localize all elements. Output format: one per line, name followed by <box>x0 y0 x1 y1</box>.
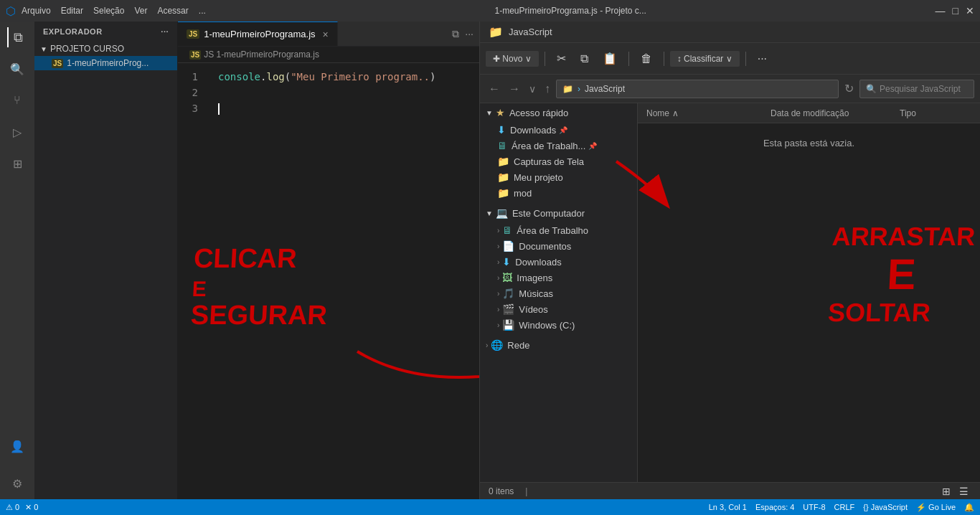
pc-documents[interactable]: › 📄 Documentos <box>491 238 637 254</box>
go-live-button[interactable]: ⚡ Go Live <box>916 503 956 512</box>
tree-arrow-icon: ▼ <box>40 45 47 53</box>
quick-access-header[interactable]: ▼ ★ Acesso rápido <box>480 103 637 122</box>
new-button[interactable]: ✚ Novo ∨ <box>486 51 539 67</box>
toolbar-separator-3 <box>664 52 664 66</box>
address-bar[interactable]: 📁 › JavaScript <box>556 80 839 98</box>
pc-images-expand-icon: › <box>497 274 499 282</box>
activity-bar: ⧉ 🔍 ⑂ ▷ ⊞ 👤 ⚙ <box>0 22 34 499</box>
fe-toolbar: ✚ Novo ∨ ✂ ⧉ 📋 🗑 ↕ Classificar ∨ ··· <box>480 43 980 75</box>
qa-desktop-label: Área de Trabalh... <box>512 141 585 151</box>
col-name-sort-icon: ∧ <box>672 108 679 118</box>
pc-images-label: Imagens <box>517 273 552 283</box>
col-type-header[interactable]: Tipo <box>900 108 971 118</box>
pc-documents-label: Documentos <box>519 241 571 252</box>
grid-view-button[interactable]: ⊞ <box>939 484 953 499</box>
code-editor[interactable]: 1 2 3 console.log("Meu Primeiro program.… <box>178 63 479 499</box>
pc-images[interactable]: › 🖼 Imagens <box>491 270 637 285</box>
fe-columns: Nome ∧ Data de modificação Tipo <box>638 103 980 123</box>
activity-explorer[interactable]: ⧉ <box>7 27 27 47</box>
breadcrumb-filename: JS 1-meuPrimeiroPrograma.js <box>204 49 319 60</box>
pc-downloads[interactable]: › ⬇ Downloads <box>491 254 637 270</box>
nav-forward-button[interactable]: → <box>506 80 523 98</box>
menu-selecao[interactable]: Seleção <box>93 6 124 16</box>
computer-header[interactable]: ▼ 💻 Este Computador <box>480 204 637 222</box>
keyword-console: console <box>218 71 260 82</box>
pc-images-icon: 🖼 <box>502 272 512 283</box>
paste-button[interactable]: 📋 <box>597 49 623 68</box>
maximize-button[interactable]: □ <box>953 5 958 16</box>
toolbar-separator-2 <box>628 52 629 66</box>
activity-search[interactable]: 🔍 <box>7 59 27 79</box>
more-actions-icon[interactable]: ··· <box>465 28 473 39</box>
fe-title: JavaScript <box>509 27 552 37</box>
search-bar[interactable]: 🔍 Pesquisar JavaScript <box>859 80 974 98</box>
pc-windows-icon: 💾 <box>502 319 514 331</box>
search-icon: 🔍 <box>866 84 877 94</box>
qa-downloads-pin-icon: 📌 <box>559 126 567 134</box>
code-content[interactable]: console.log("Meu Primeiro program..) <box>207 63 479 499</box>
project-tree: ▼ PROJETO CURSO JS 1-meuPrimeiroProg... <box>34 42 177 70</box>
network-header[interactable]: › 🌐 Rede <box>480 336 637 354</box>
pc-windows[interactable]: › 💾 Windows (C:) <box>491 317 637 333</box>
cursor-icon <box>218 103 220 115</box>
activity-account[interactable]: 👤 <box>7 436 27 456</box>
status-warnings: ⚠ 0 <box>6 503 19 512</box>
tab-close-icon[interactable]: × <box>323 29 329 40</box>
pc-videos-expand-icon: › <box>497 306 499 313</box>
code-line-3 <box>218 100 468 116</box>
nav-tree: ▼ ★ Acesso rápido ⬇ Downloads 📌 🖥 Área d… <box>480 103 638 482</box>
breadcrumb-js-icon: JS <box>189 50 201 60</box>
split-editor-icon[interactable]: ⧉ <box>452 28 459 40</box>
search-placeholder: Pesquisar JavaScript <box>880 84 961 94</box>
pc-music[interactable]: › 🎵 Músicas <box>491 285 637 301</box>
sort-button[interactable]: ↕ Classificar ∨ <box>670 51 740 67</box>
delete-button[interactable]: 🗑 <box>635 49 658 68</box>
nav-expand-button[interactable]: ∨ <box>526 80 539 98</box>
activity-run[interactable]: ▷ <box>7 122 27 142</box>
menu-acessar[interactable]: Acessar <box>157 6 188 16</box>
address-arrow-icon: › <box>578 84 580 94</box>
copy-button[interactable]: ⧉ <box>575 49 594 68</box>
quick-access-items: ⬇ Downloads 📌 🖥 Área de Trabalh... 📌 📁 C… <box>480 122 637 201</box>
active-tab[interactable]: JS 1-meuPrimeiroPrograma.js × <box>178 22 338 46</box>
activity-source-control[interactable]: ⑂ <box>7 90 27 110</box>
pc-desktop-icon: 🖥 <box>502 225 512 236</box>
menu-editar[interactable]: Editar <box>61 6 83 16</box>
qa-capturas-label: Capturas de Tela <box>514 156 584 167</box>
qa-desktop[interactable]: 🖥 Área de Trabalh... 📌 <box>491 138 637 153</box>
menu-arquivo[interactable]: Arquivo <box>22 6 51 16</box>
qa-downloads-label: Downloads <box>510 125 556 136</box>
activity-extensions[interactable]: ⊞ <box>7 153 27 174</box>
status-right: Ln 3, Col 1 Espaços: 4 UTF-8 CRLF {} Jav… <box>709 503 974 512</box>
minimize-button[interactable]: — <box>936 5 946 16</box>
file-item-1[interactable]: JS 1-meuPrimeiroProg... <box>34 56 177 70</box>
qa-downloads[interactable]: ⬇ Downloads 📌 <box>491 122 637 138</box>
pc-desktop[interactable]: › 🖥 Área de Trabalho <box>491 222 637 238</box>
sidebar-menu-button[interactable]: ··· <box>161 27 169 36</box>
col-name-header[interactable]: Nome ∧ <box>646 108 771 118</box>
pc-downloads-icon: ⬇ <box>502 256 511 268</box>
menu-more[interactable]: ... <box>199 6 206 16</box>
close-button[interactable]: ✕ <box>966 5 974 16</box>
list-view-button[interactable]: ☰ <box>956 484 971 499</box>
more-button[interactable]: ··· <box>752 49 773 68</box>
activity-settings[interactable]: ⚙ <box>7 473 27 493</box>
pc-videos[interactable]: › 🎬 Vídeos <box>491 301 637 317</box>
nav-up-button[interactable]: ↑ <box>542 80 553 98</box>
qa-capturas[interactable]: 📁 Capturas de Tela <box>491 153 637 169</box>
menu-ver[interactable]: Ver <box>134 6 147 16</box>
col-date-header[interactable]: Data de modificação <box>771 108 900 118</box>
pc-desktop-label: Área de Trabalho <box>517 225 588 236</box>
tab-label: 1-meuPrimeiroPrograma.js <box>204 29 315 39</box>
empty-message: Esta pasta está vazia. <box>763 138 854 148</box>
toolbar-separator-4 <box>745 52 746 66</box>
computer-items: › 🖥 Área de Trabalho › 📄 Documentos › ⬇ … <box>480 222 637 333</box>
nav-back-button[interactable]: ← <box>486 80 503 98</box>
qa-mod[interactable]: 📁 mod <box>491 185 637 201</box>
cut-button[interactable]: ✂ <box>551 49 572 68</box>
breadcrumb-bar: JS JS 1-meuPrimeiroPrograma.js <box>178 47 479 63</box>
project-root[interactable]: ▼ PROJETO CURSO <box>34 42 177 56</box>
refresh-button[interactable]: ↻ <box>842 79 857 98</box>
pc-windows-expand-icon: › <box>497 321 499 329</box>
qa-meuprojeto[interactable]: 📁 Meu projeto <box>491 169 637 185</box>
